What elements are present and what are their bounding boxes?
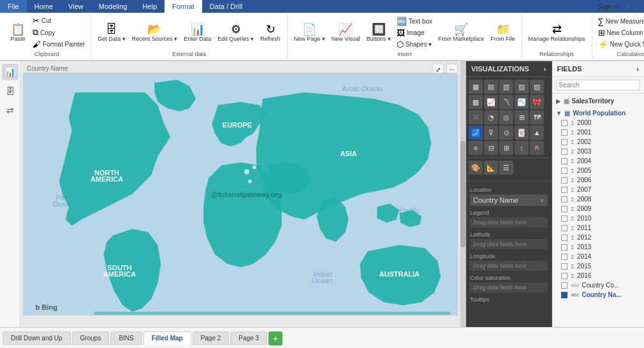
- field-item-2001[interactable]: Σ2001: [556, 127, 640, 137]
- tab-file[interactable]: File: [0, 0, 27, 13]
- legend-placeholder[interactable]: Drag data fields here: [470, 217, 548, 228]
- tab-help[interactable]: Help: [135, 0, 165, 13]
- sidebar-icon-report[interactable]: 📊: [2, 64, 18, 80]
- text-box-button[interactable]: 🔤 Text box: [395, 16, 434, 27]
- field-item-2007[interactable]: Σ2007: [556, 185, 640, 194]
- field-item-country-na[interactable]: abcCountry Na...: [556, 290, 640, 300]
- fields-search-input[interactable]: [556, 80, 640, 91]
- refresh-button[interactable]: ↻ Refresh: [258, 22, 283, 43]
- viz-ribbon[interactable]: 🎀: [530, 95, 544, 109]
- recent-sources-button[interactable]: 📂 Recent Sources ▾: [129, 22, 180, 43]
- location-value[interactable]: Country Name ×: [470, 194, 548, 206]
- sidebar-icon-data[interactable]: 🗄: [2, 83, 18, 99]
- ribbon-tab-bar: File Home View Modeling Help Format Data…: [0, 0, 644, 13]
- longitude-field-section: Longitude Drag data fields here: [470, 253, 548, 271]
- new-measure-button[interactable]: ∑ New Measure: [596, 16, 644, 27]
- viz-slicer[interactable]: ≡: [469, 141, 483, 155]
- field-item-2008[interactable]: Σ2008: [556, 194, 640, 204]
- field-item-2014[interactable]: Σ2014: [556, 252, 640, 261]
- field-item-2009[interactable]: Σ2009: [556, 204, 640, 214]
- tab-drill-down[interactable]: Drill Down and Up: [3, 331, 71, 345]
- field-item-2003[interactable]: Σ2003: [556, 147, 640, 156]
- viz-analytics[interactable]: 📐: [484, 161, 498, 175]
- fields-expand-icon[interactable]: ›: [636, 65, 639, 73]
- viz-r[interactable]: R: [530, 141, 544, 155]
- viz-table[interactable]: ⊟: [484, 141, 498, 155]
- add-page-button[interactable]: +: [268, 331, 282, 345]
- tab-data-drill[interactable]: Data / Drill: [202, 0, 250, 13]
- viz-format[interactable]: 🎨: [469, 161, 483, 175]
- viz-matrix[interactable]: ⊞: [499, 141, 513, 155]
- viz-filled-map[interactable]: 🗾: [469, 126, 483, 140]
- tab-bins[interactable]: BINS: [110, 331, 142, 345]
- tab-page-2[interactable]: Page 2: [193, 331, 230, 345]
- edit-queries-button[interactable]: ⚙ Edit Queries ▾: [215, 22, 256, 43]
- viz-fields-tab[interactable]: ☰: [499, 161, 513, 175]
- viz-gauge[interactable]: ⊙: [499, 126, 513, 140]
- field-item-2006[interactable]: Σ2006: [556, 175, 640, 185]
- viz-stacked-col[interactable]: ▨: [515, 80, 529, 94]
- latitude-placeholder[interactable]: Drag data fields here: [470, 239, 548, 249]
- viz-map[interactable]: 🗺: [530, 110, 544, 124]
- field-item-2004[interactable]: Σ2004: [556, 156, 640, 166]
- buttons-button[interactable]: 🔲 Buttons ▾: [364, 22, 393, 43]
- viz-funnel[interactable]: ⊽: [484, 126, 498, 140]
- field-item-2005[interactable]: Σ2005: [556, 166, 640, 175]
- manage-relationships-button[interactable]: ⇄ Manage Relationships: [526, 22, 588, 43]
- viz-area[interactable]: 〽: [499, 95, 513, 109]
- color-saturation-placeholder[interactable]: Drag data fields here: [470, 282, 548, 293]
- viz-scatter[interactable]: ⁙: [469, 110, 483, 124]
- tab-format[interactable]: Format: [165, 0, 202, 13]
- viz-line[interactable]: 📈: [484, 95, 498, 109]
- sidebar-icon-model[interactable]: ⇄: [2, 102, 18, 119]
- from-file-button[interactable]: 📁 From File: [488, 22, 518, 43]
- tab-modeling[interactable]: Modeling: [91, 0, 135, 13]
- tab-view[interactable]: View: [61, 0, 91, 13]
- field-item-country-co[interactable]: abcCountry Co...: [556, 280, 640, 290]
- image-button[interactable]: 🖼 Image: [395, 27, 434, 38]
- cut-button[interactable]: ✂ Cut: [31, 15, 87, 26]
- viz-100-stacked-col[interactable]: ▩: [469, 95, 483, 109]
- viz-pie[interactable]: ◔: [484, 110, 498, 124]
- field-item-2011[interactable]: Σ2011: [556, 223, 640, 233]
- viz-card[interactable]: 🃏: [515, 126, 529, 140]
- viz-donut[interactable]: ◎: [499, 110, 513, 124]
- field-group-header-world[interactable]: ▼ ▦ World Population: [556, 108, 640, 118]
- viz-clustered-bar[interactable]: ▤: [484, 80, 498, 94]
- tab-home[interactable]: Home: [27, 0, 61, 13]
- field-item-2013[interactable]: Σ2013: [556, 242, 640, 252]
- copy-button[interactable]: ⧉ Copy: [31, 27, 87, 38]
- new-visual-button[interactable]: 📈 New Visual: [329, 22, 363, 43]
- shapes-button[interactable]: ⬡ Shapes ▾: [395, 39, 434, 50]
- sign-in-link[interactable]: Sign in: [597, 3, 619, 10]
- viz-100-stacked-bar[interactable]: ▥: [499, 80, 513, 94]
- field-item-2000[interactable]: Σ2000: [556, 118, 640, 127]
- field-item-2012[interactable]: Σ2012: [556, 233, 640, 242]
- field-item-2015[interactable]: Σ2015: [556, 261, 640, 271]
- viz-line-stacked[interactable]: 📉: [515, 95, 529, 109]
- vertical-scrollbar[interactable]: [460, 61, 465, 327]
- field-item-2016[interactable]: Σ2016: [556, 271, 640, 280]
- longitude-placeholder[interactable]: Drag data fields here: [470, 261, 548, 271]
- enter-data-button[interactable]: 📊 Enter Data: [181, 22, 214, 43]
- new-page-button[interactable]: 📄 New Page ▾: [291, 22, 328, 43]
- viz-clustered-col[interactable]: ▧: [530, 80, 544, 94]
- viz-treemap[interactable]: ⊞: [515, 110, 529, 124]
- new-quick-measure-button[interactable]: ⚡ New Quick Measure: [596, 39, 644, 50]
- get-data-button[interactable]: 🗄 Get Data ▾: [95, 22, 128, 43]
- viz-stacked-bar[interactable]: ▦: [469, 80, 483, 94]
- visualizations-expand-icon[interactable]: ›: [544, 65, 546, 73]
- field-item-2010[interactable]: Σ2010: [556, 214, 640, 223]
- field-group-header-sales[interactable]: ▶ ▦ SalesTerritory: [556, 96, 640, 106]
- viz-waterfall[interactable]: ↕: [515, 141, 529, 155]
- viz-kpi[interactable]: ▲: [530, 126, 544, 140]
- tab-filled-map[interactable]: Filled Map: [143, 331, 191, 345]
- tab-page-3[interactable]: Page 3: [230, 331, 267, 345]
- tab-groups[interactable]: Groups: [72, 331, 110, 345]
- format-painter-button[interactable]: 🖌 Format Painter: [31, 39, 87, 50]
- field-item-2002[interactable]: Σ2002: [556, 137, 640, 147]
- paste-button[interactable]: 📋 Paste: [6, 22, 29, 43]
- new-column-button[interactable]: ⊞ New Column: [596, 27, 644, 38]
- from-marketplace-button[interactable]: 🛒 From Marketplace: [435, 22, 487, 43]
- location-remove-icon[interactable]: ×: [540, 196, 544, 204]
